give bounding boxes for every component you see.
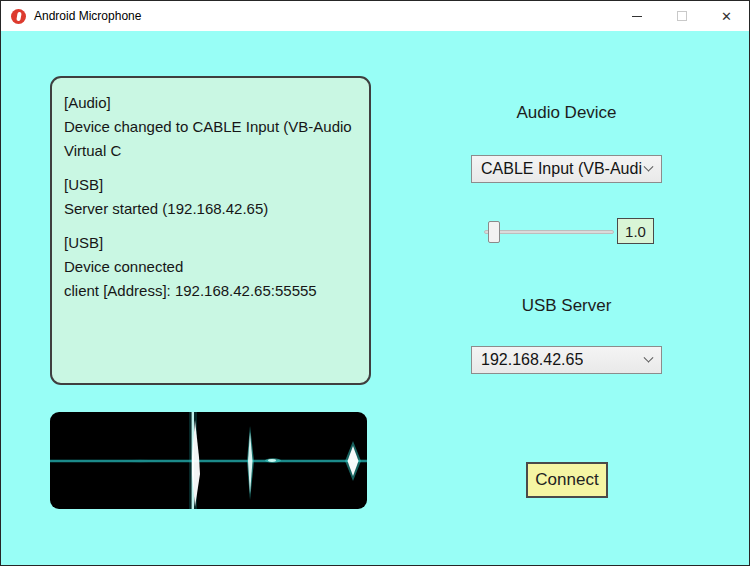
maximize-icon: [677, 11, 687, 21]
app-window: Android Microphone ✕ [Audio] Device chan…: [0, 0, 750, 566]
log-entry-audio: [Audio] Device changed to CABLE Input (V…: [64, 91, 357, 163]
minimize-button[interactable]: [614, 1, 659, 31]
title-bar[interactable]: Android Microphone ✕: [1, 1, 749, 31]
waveform-graphic: [50, 412, 367, 509]
close-icon: ✕: [721, 10, 732, 23]
connect-button[interactable]: Connect: [526, 462, 608, 498]
chevron-down-icon: [644, 352, 654, 362]
audio-device-dropdown[interactable]: CABLE Input (VB-Audi: [471, 155, 662, 183]
window-title: Android Microphone: [34, 9, 614, 23]
log-entry-usb-client: [USB] Device connected client [Address]:…: [64, 231, 357, 303]
usb-server-selected: 192.168.42.65: [481, 351, 583, 369]
close-button[interactable]: ✕: [704, 1, 749, 31]
client-area: [Audio] Device changed to CABLE Input (V…: [1, 31, 749, 565]
log-entry-usb-server: [USB] Server started (192.168.42.65): [64, 173, 357, 221]
minimize-icon: [632, 16, 642, 17]
log-output: [Audio] Device changed to CABLE Input (V…: [50, 76, 371, 385]
usb-server-dropdown[interactable]: 192.168.42.65: [471, 346, 662, 374]
volume-value-field[interactable]: 1.0: [617, 218, 654, 244]
waveform-display: [50, 412, 367, 509]
usb-server-label: USB Server: [471, 296, 662, 316]
app-icon: [11, 9, 26, 24]
audio-device-selected: CABLE Input (VB-Audi: [481, 160, 642, 178]
volume-slider-thumb[interactable]: [488, 221, 500, 243]
chevron-down-icon: [644, 161, 654, 171]
audio-device-label: Audio Device: [471, 103, 662, 123]
maximize-button[interactable]: [659, 1, 704, 31]
volume-slider-track[interactable]: [484, 230, 614, 234]
controls-panel: Audio Device CABLE Input (VB-Audi 1.0 US…: [471, 31, 662, 565]
